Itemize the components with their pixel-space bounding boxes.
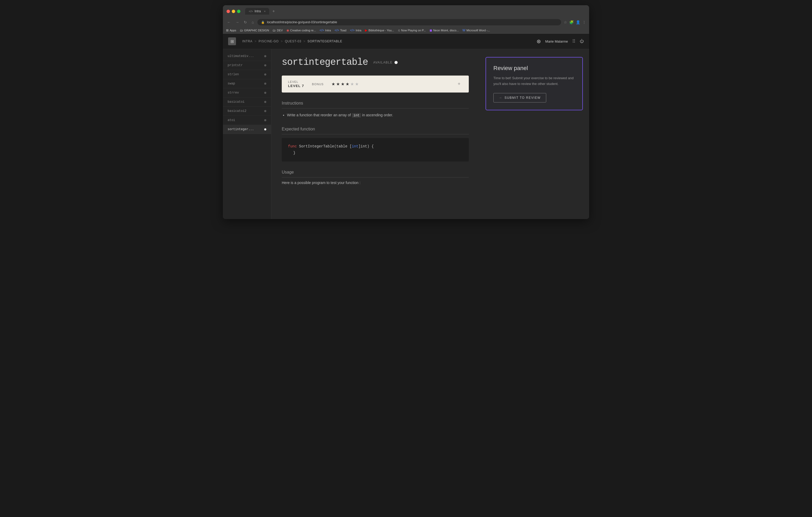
address-field[interactable]: 🔒 localhost/intra/piscine-go/quest-03/so… — [257, 19, 561, 25]
bookmark-bibliotheque[interactable]: ▶ Bibliothèque - You... — [365, 29, 394, 32]
bookmark-intra1[interactable]: </> Intra — [320, 29, 331, 32]
star-1: ★ — [331, 82, 335, 87]
star-4: ★ — [346, 82, 349, 87]
bookmark-intra1-label: Intra — [325, 29, 331, 32]
sidebar-dot — [264, 101, 266, 103]
circle-icon: ◉ — [286, 29, 289, 32]
sidebar-item-swap[interactable]: swap — [223, 79, 271, 88]
instruction-item: Write a function that reorder an array o… — [287, 112, 469, 118]
func-keyword: func — [288, 144, 297, 149]
extension-icon[interactable]: 🧩 — [569, 20, 574, 24]
bookmark-intra2[interactable]: </> Intra — [350, 29, 361, 32]
int-type: int — [352, 144, 358, 149]
bookmark-toad-label: Toad — [340, 29, 346, 32]
sidebar-item-printstr[interactable]: printstr — [223, 61, 271, 70]
expected-section: Expected function func SortIntegerTable(… — [282, 127, 469, 161]
instruction-list: Write a function that reorder an array o… — [282, 112, 469, 118]
maximize-window-button[interactable] — [237, 10, 240, 13]
code-icon-3: </> — [350, 29, 354, 32]
bookmark-intra2-label: Intra — [355, 29, 361, 32]
bookmark-microsoft-word[interactable]: W Microsoft Word -... — [463, 29, 490, 32]
apps-grid-icon: ⊞ — [226, 29, 229, 32]
breadcrumb-piscine-go[interactable]: PISCINE-GO — [259, 39, 279, 43]
submit-to-review-button[interactable]: → SUBMIT TO REVIEW — [493, 93, 546, 102]
bookmark-neon-moire[interactable]: ◼ Neon Moiré, disco... — [430, 29, 459, 32]
reload-button[interactable]: ↻ — [243, 20, 248, 25]
new-tab-button[interactable]: + — [270, 8, 277, 14]
star-icon[interactable]: ☆ — [564, 20, 567, 24]
level-section: LEVEL LEVEL 7 — [288, 80, 304, 88]
bonus-label: BONUS — [312, 83, 324, 86]
bookmark-dev[interactable]: 🗂 DEV — [272, 29, 283, 32]
level-card: LEVEL LEVEL 7 BONUS ★ ★ ★ ★ ★ ★ — [282, 75, 469, 93]
bookmark-graphic-design[interactable]: 🗂 GRAPHIC DESIGN — [240, 29, 269, 32]
sidebar-item-atoi[interactable]: atoi — [223, 116, 271, 125]
code-icon-2: </> — [335, 29, 339, 32]
sidebar-dot — [264, 83, 266, 85]
github-icon[interactable]: ⊛ — [536, 38, 541, 44]
bookmark-toad[interactable]: </> Toad — [335, 29, 346, 32]
grid-icon[interactable]: ⠿ — [572, 38, 576, 44]
bookmarks-bar: ⊞ Apps 🗂 GRAPHIC DESIGN 🗂 DEV ◉ Creative… — [223, 27, 589, 34]
sidebar-item-ultimatediv[interactable]: ultimatediv... — [223, 52, 271, 61]
bookmark-microsoft-word-label: Microsoft Word -... — [466, 29, 490, 32]
bookmark-bibliotheque-label: Bibliothèque - You... — [368, 29, 394, 32]
power-icon[interactable]: ⏻ — [580, 39, 584, 44]
star-3: ★ — [341, 82, 345, 87]
plus-button[interactable]: + — [456, 80, 463, 88]
address-bar: ← → ↻ ⌂ 🔒 localhost/intra/piscine-go/que… — [223, 17, 589, 27]
home-button[interactable]: ⌂ — [251, 20, 255, 25]
level-label: LEVEL — [288, 80, 304, 83]
breadcrumb-sep-1: > — [255, 39, 257, 43]
menu-icon[interactable]: ⋮ — [582, 20, 586, 24]
submit-arrow-icon: → — [499, 96, 502, 99]
sidebar-item-strrev[interactable]: strrev — [223, 88, 271, 97]
forward-button[interactable]: → — [234, 20, 240, 25]
usage-section: Usage Here is a possible program to test… — [282, 170, 469, 185]
code-icon-1: </> — [320, 29, 324, 32]
sidebar-dot — [264, 110, 266, 112]
minimize-window-button[interactable] — [232, 10, 235, 13]
sidebar-item-basicatoi[interactable]: basicatoi — [223, 97, 271, 107]
app-content: ⊞ INTRA > PISCINE-GO > QUEST-03 > SORTIN… — [223, 34, 589, 219]
sidebar-item-sortintegertable[interactable]: sortinteger... — [223, 125, 271, 134]
code-func-end: ]int) { — [358, 144, 374, 149]
bookmark-creative-coding[interactable]: ◉ Creative coding re... — [286, 29, 316, 32]
instructions-section: Instructions Write a function that reord… — [282, 101, 469, 118]
browser-titlebar: </> Intra × + — [223, 5, 589, 17]
tab-close-button[interactable]: × — [264, 10, 265, 13]
star-6: ★ — [355, 82, 359, 87]
review-description: Time to bet! Submit your exercise to be … — [493, 75, 575, 87]
sidebar-dot — [264, 64, 266, 66]
review-panel: Review panel Time to bet! Submit your ex… — [486, 57, 583, 110]
user-name: Marie Malarme — [545, 39, 568, 43]
breadcrumb: INTRA > PISCINE-GO > QUEST-03 > SORTINTE… — [242, 39, 342, 43]
sidebar-item-label: sortinteger... — [228, 127, 254, 131]
sidebar-item-label: basicatoi2 — [228, 109, 246, 113]
usage-text: Here is a possible program to test your … — [282, 181, 469, 185]
folder-icon: 🗂 — [240, 29, 243, 32]
profile-icon[interactable]: 👤 — [576, 20, 580, 24]
browser-tab-intra[interactable]: </> Intra × — [245, 8, 269, 14]
sidebar-item-basicatoi2[interactable]: basicatoi2 — [223, 107, 271, 116]
back-button[interactable]: ← — [226, 20, 232, 25]
instruction-suffix: in ascending order. — [362, 113, 393, 117]
breadcrumb-current: SORTINTEGERTABLE — [308, 39, 342, 43]
star-2: ★ — [336, 82, 340, 87]
star-5: ★ — [350, 82, 354, 87]
instructions-heading: Instructions — [282, 101, 469, 109]
breadcrumb-quest-03[interactable]: QUEST-03 — [285, 39, 301, 43]
bookmark-apps[interactable]: ⊞ Apps — [226, 29, 236, 32]
breadcrumb-intra[interactable]: INTRA — [242, 39, 253, 43]
sidebar-item-label: swap — [228, 82, 235, 86]
tab-label: Intra — [255, 9, 261, 13]
music-icon: ♫ — [398, 29, 400, 32]
sidebar-item-label: ultimatediv... — [228, 54, 254, 58]
sidebar-item-strlen[interactable]: strlen — [223, 70, 271, 79]
breadcrumb-sep-3: > — [303, 39, 306, 43]
close-window-button[interactable] — [227, 10, 230, 13]
toolbar-icons: ☆ 🧩 👤 ⋮ — [564, 20, 586, 24]
instruction-code: int — [352, 113, 361, 118]
sidebar-item-label: strlen — [228, 73, 239, 76]
bookmark-now-playing[interactable]: ♫ Now Playing on P... — [398, 29, 426, 32]
